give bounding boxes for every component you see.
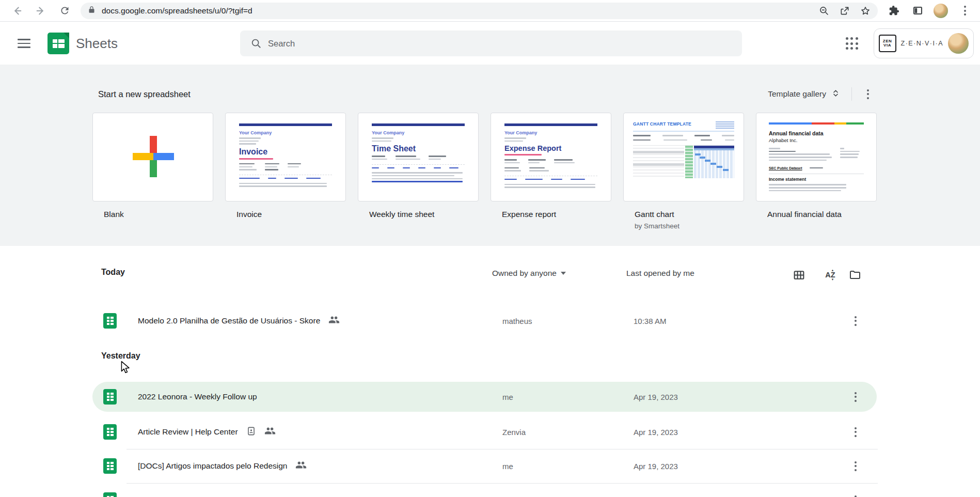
search-input[interactable] — [268, 39, 738, 49]
file-opened: Apr 19, 2023 — [634, 417, 678, 447]
browser-chrome: docs.google.com/spreadsheets/u/0/?tgif=d — [0, 0, 980, 22]
zenvia-logo: ZEN VIA — [879, 35, 896, 52]
file-title: Article Review | Help Center — [138, 427, 238, 437]
grid-view-icon[interactable] — [789, 266, 808, 284]
file-opened: 10:38 AM — [634, 306, 666, 336]
file-row-selected[interactable]: 2022 Leonora - Weekly Follow up me Apr 1… — [92, 382, 877, 412]
file-row[interactable]: [DOCs] Artigos impactados pelo Redesign … — [92, 451, 877, 481]
browser-menu-icon[interactable] — [956, 2, 974, 20]
bookmark-star-icon[interactable] — [858, 4, 873, 18]
sheets-file-icon — [103, 492, 117, 497]
file-opened: Apr 19, 2023 — [634, 382, 678, 412]
divider — [127, 449, 878, 449]
sheets-file-icon — [103, 389, 117, 405]
side-panel-icon[interactable] — [910, 3, 925, 19]
shared-people-icon — [295, 459, 307, 473]
row-more-options-icon[interactable] — [847, 312, 864, 330]
template-label-gantt-chart: Gantt chart by Smartsheet — [623, 210, 744, 230]
url-bar[interactable]: docs.google.com/spreadsheets/u/0/?tgif=d — [81, 3, 878, 19]
template-label-invoice: Invoice — [225, 210, 346, 230]
template-card-gantt-chart[interactable]: GANTT CHART TEMPLATE — [623, 113, 744, 201]
sheets-logo-icon[interactable] — [48, 33, 69, 54]
last-opened-sort[interactable]: Last opened by me — [626, 269, 694, 278]
reload-icon[interactable] — [57, 3, 72, 19]
template-card-invoice[interactable]: Your Company Invoice — [225, 113, 346, 201]
lock-icon — [88, 6, 96, 15]
template-card-expense-report[interactable]: Your Company Expense Report — [491, 113, 611, 201]
template-label-blank: Blank — [92, 210, 213, 230]
template-card-annual-financial-data[interactable]: Annual financial data Alphabet Inc. — [756, 113, 877, 201]
app-header: Sheets ZEN VIA Z·E·N·V·I·A — [0, 22, 980, 65]
template-gallery-button[interactable]: Template gallery — [764, 86, 844, 103]
file-title: [DOCs] Artigos impactados pelo Redesign — [138, 461, 287, 471]
template-thumbnail: Your Company Time Sheet — [358, 113, 478, 201]
file-row[interactable]: Modelo 2.0 Planilha de Gestão de Usuário… — [92, 306, 877, 336]
user-avatar[interactable] — [948, 33, 969, 54]
unfold-icon — [831, 89, 840, 100]
file-row[interactable]: Article Review | Help Center Zenvia Apr … — [92, 417, 877, 447]
zoom-out-icon[interactable] — [817, 4, 831, 18]
template-thumbnail: Annual financial data Alphabet Inc. — [756, 113, 876, 201]
extensions-icon[interactable] — [886, 3, 902, 19]
sheets-file-icon — [103, 313, 117, 329]
template-label-expense-report: Expense report — [491, 210, 611, 230]
sheets-file-icon — [103, 458, 117, 474]
template-section-title: Start a new spreadsheet — [98, 89, 191, 99]
file-row[interactable]: [Attention] Artigos impactados pelo rede… — [92, 485, 877, 497]
url-text: docs.google.com/spreadsheets/u/0/?tgif=d — [102, 6, 811, 15]
forward-icon[interactable] — [33, 3, 49, 19]
new-blank-plus-icon — [133, 136, 174, 177]
template-thumbnail: Your Company Expense Report — [491, 113, 611, 201]
folder-icon[interactable] — [846, 266, 864, 284]
template-thumbnail: GANTT CHART TEMPLATE — [624, 113, 744, 201]
divider — [127, 483, 878, 484]
template-more-options-icon[interactable] — [859, 85, 877, 103]
row-more-options-icon[interactable] — [847, 423, 864, 441]
google-apps-icon[interactable] — [842, 33, 862, 54]
chevron-down-icon — [561, 272, 566, 275]
badge-icon — [246, 426, 256, 438]
file-opened: Apr 19, 2023 — [634, 451, 678, 481]
sheets-file-icon — [103, 424, 117, 440]
account-button[interactable]: ZEN VIA Z·E·N·V·I·A — [874, 28, 974, 58]
file-opened: Apr 19, 2023 — [634, 485, 678, 497]
template-card-weekly-time-sheet[interactable]: Your Company Time Sheet — [358, 113, 479, 201]
row-more-options-icon[interactable] — [847, 491, 864, 497]
section-label-today: Today — [101, 268, 125, 277]
file-owner: me — [502, 382, 513, 412]
row-more-options-icon[interactable] — [847, 457, 864, 475]
shared-people-icon — [328, 314, 340, 328]
section-label-yesterday: Yesterday — [101, 351, 140, 361]
file-owner: matheus — [502, 306, 532, 336]
row-more-options-icon[interactable] — [847, 388, 864, 406]
back-icon[interactable] — [9, 3, 25, 19]
sort-az-icon[interactable]: ▲AZ▼ — [821, 266, 840, 284]
template-thumbnail: Your Company Invoice — [226, 113, 345, 201]
file-title: Modelo 2.0 Planilha de Gestão de Usuário… — [138, 316, 320, 325]
owned-by-filter[interactable]: Owned by anyone — [492, 269, 566, 278]
template-section: Start a new spreadsheet Template gallery… — [0, 65, 980, 246]
template-label-annual-financial-data: Annual financial data — [756, 210, 877, 230]
shared-people-icon — [264, 425, 276, 439]
share-icon[interactable] — [837, 4, 852, 18]
brand-text: Z·E·N·V·I·A — [901, 40, 943, 47]
file-owner: me — [502, 451, 513, 481]
main-menu-icon[interactable] — [11, 31, 36, 56]
template-sublabel: by Smartsheet — [635, 222, 744, 230]
mouse-cursor — [120, 361, 131, 376]
browser-profile-avatar[interactable] — [934, 4, 948, 18]
search-icon[interactable] — [244, 38, 268, 49]
template-card-blank[interactable] — [92, 113, 213, 201]
template-label-weekly-time-sheet: Weekly time sheet — [358, 210, 479, 230]
search-bar[interactable] — [240, 30, 742, 56]
app-title: Sheets — [76, 36, 118, 52]
file-owner: Zenvia — [502, 417, 526, 447]
file-title: 2022 Leonora - Weekly Follow up — [138, 392, 257, 401]
divider — [851, 87, 852, 101]
